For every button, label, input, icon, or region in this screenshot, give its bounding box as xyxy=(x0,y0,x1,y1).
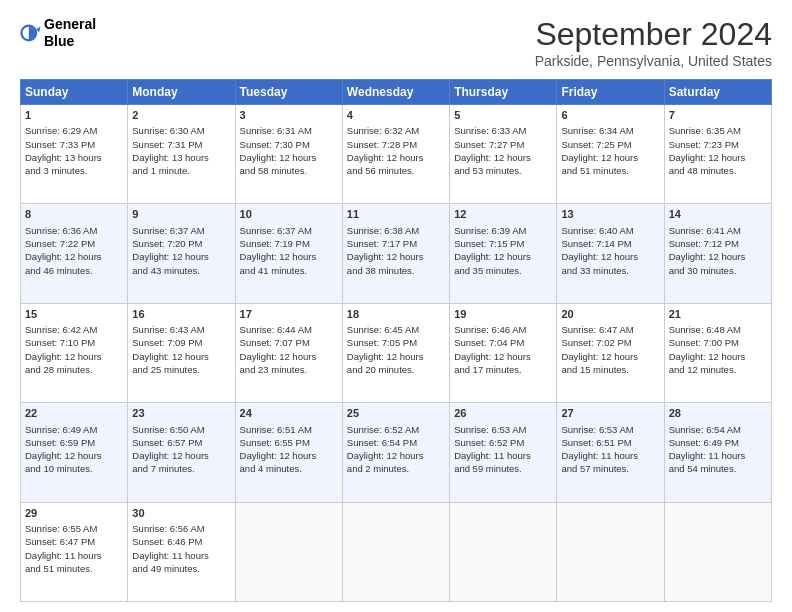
month-title: September 2024 xyxy=(535,16,772,53)
page: General Blue September 2024 Parkside, Pe… xyxy=(0,0,792,612)
day-info-line: Sunrise: 6:40 AM xyxy=(561,224,659,237)
day-info-line: Sunrise: 6:50 AM xyxy=(132,423,230,436)
day-info-line: Sunrise: 6:35 AM xyxy=(669,124,767,137)
day-info-line: Daylight: 12 hours xyxy=(240,350,338,363)
day-number: 8 xyxy=(25,207,123,222)
day-number: 21 xyxy=(669,307,767,322)
calendar-cell: 4Sunrise: 6:32 AMSunset: 7:28 PMDaylight… xyxy=(342,105,449,204)
day-info-line: Sunrise: 6:38 AM xyxy=(347,224,445,237)
day-info-line: and 41 minutes. xyxy=(240,264,338,277)
day-info-line: and 38 minutes. xyxy=(347,264,445,277)
calendar-cell: 22Sunrise: 6:49 AMSunset: 6:59 PMDayligh… xyxy=(21,403,128,502)
day-info-line: Daylight: 11 hours xyxy=(454,449,552,462)
calendar-cell xyxy=(557,502,664,601)
day-info-line: and 3 minutes. xyxy=(25,164,123,177)
day-info-line: Daylight: 12 hours xyxy=(669,350,767,363)
calendar-cell: 15Sunrise: 6:42 AMSunset: 7:10 PMDayligh… xyxy=(21,303,128,402)
day-number: 9 xyxy=(132,207,230,222)
day-info-line: and 53 minutes. xyxy=(454,164,552,177)
day-info-line: and 20 minutes. xyxy=(347,363,445,376)
day-info-line: Daylight: 12 hours xyxy=(132,350,230,363)
day-info-line: and 7 minutes. xyxy=(132,462,230,475)
day-info-line: Sunrise: 6:47 AM xyxy=(561,323,659,336)
day-number: 3 xyxy=(240,108,338,123)
calendar-cell: 1Sunrise: 6:29 AMSunset: 7:33 PMDaylight… xyxy=(21,105,128,204)
day-info-line: Daylight: 12 hours xyxy=(347,250,445,263)
day-info-line: Sunrise: 6:52 AM xyxy=(347,423,445,436)
location: Parkside, Pennsylvania, United States xyxy=(535,53,772,69)
day-info-line: and 43 minutes. xyxy=(132,264,230,277)
calendar-cell: 23Sunrise: 6:50 AMSunset: 6:57 PMDayligh… xyxy=(128,403,235,502)
day-info-line: Daylight: 12 hours xyxy=(347,151,445,164)
day-info-line: Daylight: 12 hours xyxy=(561,151,659,164)
day-number: 30 xyxy=(132,506,230,521)
day-info-line: Sunrise: 6:33 AM xyxy=(454,124,552,137)
day-info-line: Sunset: 7:28 PM xyxy=(347,138,445,151)
day-info-line: Sunset: 6:57 PM xyxy=(132,436,230,449)
day-info-line: Sunrise: 6:48 AM xyxy=(669,323,767,336)
day-number: 25 xyxy=(347,406,445,421)
day-number: 7 xyxy=(669,108,767,123)
day-info-line: Sunset: 7:10 PM xyxy=(25,336,123,349)
calendar-week-row: 29Sunrise: 6:55 AMSunset: 6:47 PMDayligh… xyxy=(21,502,772,601)
day-info-line: and 15 minutes. xyxy=(561,363,659,376)
day-info-line: Sunrise: 6:53 AM xyxy=(454,423,552,436)
day-number: 29 xyxy=(25,506,123,521)
logo-text: General Blue xyxy=(44,16,96,50)
day-number: 24 xyxy=(240,406,338,421)
calendar-cell: 27Sunrise: 6:53 AMSunset: 6:51 PMDayligh… xyxy=(557,403,664,502)
day-info-line: Sunrise: 6:36 AM xyxy=(25,224,123,237)
day-info-line: Sunrise: 6:49 AM xyxy=(25,423,123,436)
day-info-line: Daylight: 12 hours xyxy=(561,350,659,363)
day-info-line: and 1 minute. xyxy=(132,164,230,177)
day-info-line: and 57 minutes. xyxy=(561,462,659,475)
day-info-line: Sunset: 6:47 PM xyxy=(25,535,123,548)
day-info-line: and 4 minutes. xyxy=(240,462,338,475)
day-info-line: Sunrise: 6:55 AM xyxy=(25,522,123,535)
calendar-cell: 3Sunrise: 6:31 AMSunset: 7:30 PMDaylight… xyxy=(235,105,342,204)
day-number: 2 xyxy=(132,108,230,123)
day-info-line: Sunrise: 6:37 AM xyxy=(132,224,230,237)
day-number: 26 xyxy=(454,406,552,421)
day-info-line: Sunset: 7:33 PM xyxy=(25,138,123,151)
day-info-line: and 49 minutes. xyxy=(132,562,230,575)
day-header-wednesday: Wednesday xyxy=(342,80,449,105)
calendar-cell: 28Sunrise: 6:54 AMSunset: 6:49 PMDayligh… xyxy=(664,403,771,502)
calendar-table: SundayMondayTuesdayWednesdayThursdayFrid… xyxy=(20,79,772,602)
day-info-line: Sunset: 6:52 PM xyxy=(454,436,552,449)
day-info-line: Daylight: 12 hours xyxy=(561,250,659,263)
day-info-line: Daylight: 11 hours xyxy=(561,449,659,462)
day-info-line: and 25 minutes. xyxy=(132,363,230,376)
day-info-line: Daylight: 13 hours xyxy=(132,151,230,164)
day-info-line: Daylight: 12 hours xyxy=(240,250,338,263)
calendar-cell: 7Sunrise: 6:35 AMSunset: 7:23 PMDaylight… xyxy=(664,105,771,204)
day-number: 23 xyxy=(132,406,230,421)
day-info-line: Sunset: 7:25 PM xyxy=(561,138,659,151)
day-info-line: and 51 minutes. xyxy=(25,562,123,575)
day-number: 20 xyxy=(561,307,659,322)
logo-line1: General xyxy=(44,16,96,33)
calendar-cell: 17Sunrise: 6:44 AMSunset: 7:07 PMDayligh… xyxy=(235,303,342,402)
day-info-line: and 28 minutes. xyxy=(25,363,123,376)
day-number: 17 xyxy=(240,307,338,322)
calendar-week-row: 22Sunrise: 6:49 AMSunset: 6:59 PMDayligh… xyxy=(21,403,772,502)
day-number: 11 xyxy=(347,207,445,222)
day-header-saturday: Saturday xyxy=(664,80,771,105)
day-info-line: Sunset: 7:30 PM xyxy=(240,138,338,151)
day-number: 12 xyxy=(454,207,552,222)
calendar-cell xyxy=(450,502,557,601)
day-info-line: Sunset: 6:54 PM xyxy=(347,436,445,449)
day-info-line: Sunset: 6:55 PM xyxy=(240,436,338,449)
day-number: 16 xyxy=(132,307,230,322)
day-info-line: Sunset: 7:14 PM xyxy=(561,237,659,250)
calendar-cell: 14Sunrise: 6:41 AMSunset: 7:12 PMDayligh… xyxy=(664,204,771,303)
day-info-line: Sunset: 7:23 PM xyxy=(669,138,767,151)
day-info-line: Sunrise: 6:56 AM xyxy=(132,522,230,535)
calendar-week-row: 15Sunrise: 6:42 AMSunset: 7:10 PMDayligh… xyxy=(21,303,772,402)
logo-icon xyxy=(20,22,42,44)
day-info-line: Sunrise: 6:39 AM xyxy=(454,224,552,237)
day-number: 4 xyxy=(347,108,445,123)
day-info-line: Sunset: 7:05 PM xyxy=(347,336,445,349)
calendar-cell: 6Sunrise: 6:34 AMSunset: 7:25 PMDaylight… xyxy=(557,105,664,204)
calendar-week-row: 8Sunrise: 6:36 AMSunset: 7:22 PMDaylight… xyxy=(21,204,772,303)
